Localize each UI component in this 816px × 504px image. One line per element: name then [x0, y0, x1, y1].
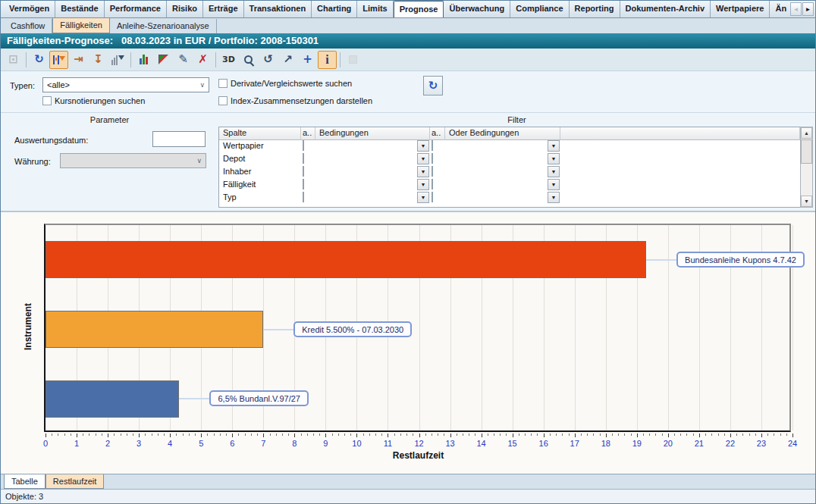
plus-icon[interactable]: + [298, 51, 317, 69]
bedingungen-dropdown-icon[interactable]: ▼ [417, 179, 429, 190]
filter-column-header[interactable]: Oder Bedingungen [445, 127, 560, 140]
main-tab-wertpapiere[interactable]: Wertpapiere [711, 1, 770, 17]
import-icon[interactable]: ↧ [89, 51, 108, 69]
scroll-up-icon[interactable]: ▲ [801, 127, 812, 139]
main-tab-dokumenten-archiv[interactable]: Dokumenten-Archiv [620, 1, 711, 17]
kursnotierungen-checkbox[interactable] [42, 96, 52, 105]
sub-tab-cashflow[interactable]: Cashflow [4, 19, 52, 33]
auswertungsdatum-input[interactable] [152, 131, 206, 147]
bedingungen-dropdown-icon[interactable]: ▼ [417, 153, 429, 164]
info-icon[interactable]: i [318, 51, 337, 69]
main-tab-transaktionen[interactable]: Transaktionen [244, 1, 312, 17]
filter-cell [301, 153, 315, 166]
filter-or-checkbox[interactable] [432, 192, 433, 202]
tick-minor [332, 434, 333, 436]
oder-bedingungen-dropdown-icon[interactable]: ▼ [548, 153, 560, 164]
callout-leader-line [179, 398, 209, 399]
main-tab-bar: VermögenBeständePerformanceRisikoErträge… [1, 1, 815, 18]
filter-column-header[interactable]: Bedingungen [315, 127, 430, 140]
index-checkbox[interactable] [218, 96, 228, 105]
tick-major [544, 434, 545, 437]
typen-dropdown[interactable]: <alle> ∨ [42, 77, 209, 92]
filter-row-label: Fälligkeit [219, 179, 301, 192]
tick-minor [581, 434, 582, 436]
filter-column-header[interactable]: a.. [301, 127, 315, 140]
tick-label: 17 [565, 439, 585, 448]
main-tab-charting[interactable]: Charting [312, 1, 357, 17]
filter-scrollbar[interactable]: ▲ ▼ [800, 127, 813, 208]
three-d-icon[interactable]: 3D [219, 51, 238, 69]
filter-cell: ▼ [445, 153, 560, 166]
filter-or-checkbox[interactable] [432, 153, 433, 164]
filter-and-checkbox[interactable] [303, 166, 304, 177]
tick-minor [711, 434, 712, 436]
main-tab-n[interactable]: Än [770, 1, 789, 17]
waehrung-dropdown[interactable]: ∨ [60, 153, 206, 168]
oder-bedingungen-dropdown-icon[interactable]: ▼ [548, 140, 560, 152]
refresh-icon[interactable]: ↻ [30, 51, 49, 69]
tick-minor [674, 434, 675, 436]
filter-cell [430, 179, 445, 192]
tick-minor [662, 434, 663, 436]
oder-bedingungen-dropdown-icon[interactable]: ▼ [548, 166, 560, 177]
sub-tab-anleihe-szenarioanalyse[interactable]: Anleihe-Szenarioanalyse [110, 19, 217, 33]
filter-and-checkbox[interactable] [303, 192, 304, 202]
filter-cell: ▼ [315, 153, 430, 166]
bedingungen-dropdown-icon[interactable]: ▼ [417, 192, 429, 203]
main-tab-berwachung[interactable]: Überwachung [444, 1, 510, 17]
filter-and-checkbox[interactable] [303, 179, 304, 189]
filter-or-checkbox[interactable] [432, 166, 433, 177]
oder-bedingungen-dropdown-icon[interactable]: ▼ [548, 192, 560, 203]
tick-minor [686, 434, 687, 436]
main-tab-verm-gen[interactable]: Vermögen [4, 1, 55, 17]
tick-label: 8 [284, 439, 304, 448]
tick-major [356, 434, 357, 437]
filter-and-checkbox[interactable] [303, 153, 304, 164]
bottom-tab-tabelle[interactable]: Tabelle [4, 474, 46, 489]
tick-label: 9 [315, 439, 335, 448]
bar-chart-icon[interactable] [134, 51, 153, 69]
tick-minor [363, 434, 364, 436]
chart-filter-icon[interactable] [108, 51, 127, 69]
filter-column-header[interactable]: a.. [430, 127, 445, 140]
delete-icon[interactable]: ✗ [193, 51, 212, 69]
tab-scroll-left-icon[interactable]: ◄ [790, 2, 802, 16]
filter-panel: Filter Spaltea..Bedingungena..Oder Bedin… [218, 113, 815, 211]
filter-or-checkbox[interactable] [432, 179, 433, 189]
main-tab-best-nde[interactable]: Bestände [55, 1, 105, 17]
tick-major [450, 434, 451, 437]
tab-scroll-right-icon[interactable]: ► [802, 2, 814, 16]
refresh-button[interactable]: ↻ [423, 76, 443, 95]
tick-minor [282, 434, 283, 436]
tick-major [388, 434, 388, 437]
main-tab-performance[interactable]: Performance [105, 1, 167, 17]
main-tab-prognose[interactable]: Prognose [394, 1, 444, 17]
export-icon[interactable]: ⇥ [69, 51, 88, 69]
main-tab-risiko[interactable]: Risiko [167, 1, 203, 17]
scroll-down-icon[interactable]: ▼ [801, 196, 812, 207]
oder-bedingungen-dropdown-icon[interactable]: ▼ [548, 179, 560, 190]
derivate-checkbox[interactable] [218, 79, 228, 88]
bedingungen-dropdown-icon[interactable]: ▼ [417, 166, 429, 177]
filter-and-checkbox[interactable] [303, 140, 304, 151]
filter-settings-icon[interactable] [49, 51, 68, 69]
toolbar-separator [130, 52, 131, 67]
bedingungen-dropdown-icon[interactable]: ▼ [417, 140, 429, 152]
sub-tab-f-lligkeiten[interactable]: Fälligkeiten [52, 17, 110, 33]
main-tab-compliance[interactable]: Compliance [510, 1, 569, 17]
filter-column-header[interactable]: Spalte [219, 127, 301, 140]
plus-icon-glyph: + [303, 54, 312, 65]
filter-or-checkbox[interactable] [432, 140, 433, 151]
color-chart-icon[interactable] [154, 51, 173, 69]
tick-label: 12 [410, 439, 429, 448]
main-tab-limits[interactable]: Limits [357, 1, 393, 17]
scrollbar-thumb[interactable] [801, 139, 812, 164]
pan-icon[interactable]: ↗ [278, 51, 297, 69]
main-tab-ertr-ge[interactable]: Erträge [203, 1, 244, 17]
zoom-icon[interactable] [239, 51, 258, 69]
main-tab-reporting[interactable]: Reporting [570, 1, 620, 17]
filter-cell: ▼ [445, 192, 560, 205]
bottom-tab-restlaufzeit[interactable]: Restlaufzeit [46, 474, 104, 489]
rotate-icon[interactable]: ↺ [259, 51, 278, 69]
edit-document-icon[interactable]: ✎ [174, 51, 193, 69]
